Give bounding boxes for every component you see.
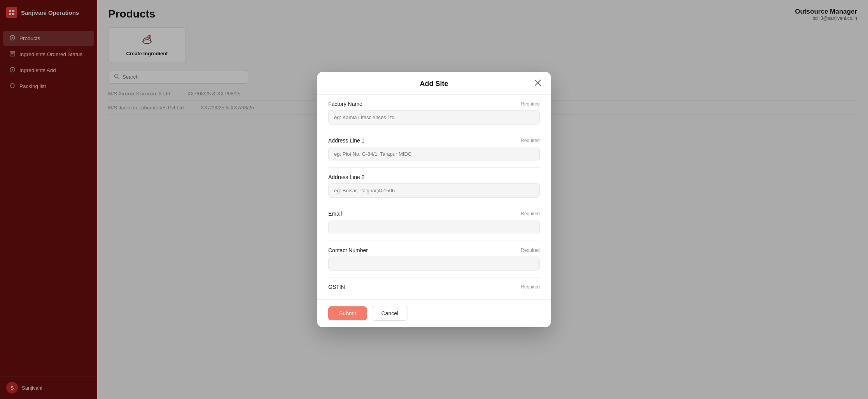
gstin-label: GSTIN xyxy=(328,284,345,290)
factory-name-input[interactable] xyxy=(328,110,540,125)
address2-input[interactable] xyxy=(328,183,540,198)
modal-header: Add Site xyxy=(317,72,551,95)
modal-close-button[interactable] xyxy=(533,77,543,89)
main-content: Products Outsource Manager bd+3@sanjivan… xyxy=(97,0,868,399)
address2-group: Address Line 2 xyxy=(328,168,540,204)
contact-input[interactable] xyxy=(328,257,540,271)
modal-body: Factory Name Required Address Line 1 Req… xyxy=(317,95,551,299)
address1-label: Address Line 1 xyxy=(328,137,364,144)
email-group: Email Required xyxy=(328,204,540,241)
address2-label: Address Line 2 xyxy=(328,174,364,180)
contact-label: Contact Number xyxy=(328,247,368,253)
gstin-required: Required xyxy=(521,284,540,290)
contact-required: Required xyxy=(521,248,540,253)
factory-name-group: Factory Name Required xyxy=(328,95,540,131)
factory-name-required: Required xyxy=(521,101,540,107)
modal: Add Site Factory Name Required xyxy=(317,72,551,327)
contact-group: Contact Number Required xyxy=(328,241,540,278)
factory-name-label: Factory Name xyxy=(328,101,362,107)
cancel-button[interactable]: Cancel xyxy=(372,306,408,321)
address1-input[interactable] xyxy=(328,147,540,161)
email-label: Email xyxy=(328,211,342,217)
modal-overlay: Add Site Factory Name Required xyxy=(97,0,868,399)
modal-footer: Submit Cancel xyxy=(317,299,551,327)
email-input[interactable] xyxy=(328,220,540,234)
address1-group: Address Line 1 Required xyxy=(328,131,540,168)
gstin-group: GSTIN Required xyxy=(328,278,540,299)
submit-button[interactable]: Submit xyxy=(328,306,367,320)
address1-required: Required xyxy=(521,138,540,143)
modal-title: Add Site xyxy=(420,80,448,88)
email-required: Required xyxy=(521,211,540,216)
